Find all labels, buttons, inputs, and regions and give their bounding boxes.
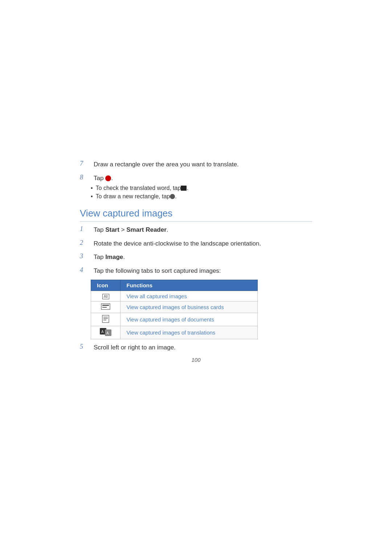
function-cell-doc: View captured images of documents (121, 313, 258, 326)
function-doc-text: View captured images of documents (126, 316, 214, 323)
step-3-text: Tap Image. (94, 252, 125, 262)
svg-rect-2 (102, 307, 107, 308)
function-cell-all: View all captured images (121, 291, 258, 301)
table-row-trans: A A View captured images of translations (91, 326, 258, 339)
table-header-functions: Functions (121, 280, 258, 291)
function-cell-bc: View captured images of business cards (121, 301, 258, 313)
icon-functions-table-container: Icon Functions All View all captured ima… (91, 280, 312, 339)
image-bold: Image (105, 254, 123, 260)
function-all-text: View all captured images (126, 293, 187, 299)
black-circle-icon (170, 194, 175, 199)
step-7: 7 Draw a rectangle over the area you wan… (80, 160, 312, 169)
step-5-text: Scroll left or right to an image. (94, 343, 176, 352)
svg-rect-1 (102, 305, 109, 306)
step-8-period: . (111, 175, 113, 182)
step-8-text: Tap . (94, 174, 113, 183)
bullet-2: To draw a new rectangle, tap . (91, 193, 312, 200)
step-7-text: Draw a rectangle over the area you want … (94, 160, 239, 169)
icon-cell-trans: A A (91, 326, 121, 339)
icon-cell-all: All (91, 291, 121, 301)
step-8: 8 Tap . (80, 174, 312, 183)
bullet-1: To check the translated word, tap . (91, 185, 312, 191)
table-row-all: All View all captured images (91, 291, 258, 301)
business-card-icon (101, 303, 110, 310)
bullet-2-text: To draw a new rectangle, tap (96, 193, 170, 200)
all-icon: All (102, 294, 109, 299)
table-row-bc: View captured images of business cards (91, 301, 258, 313)
step-4-text: Tap the following tabs to sort captured … (94, 266, 221, 276)
step-2: 2 Rotate the device anti-clockwise to th… (80, 239, 312, 248)
document-icon (102, 315, 110, 323)
icon-cell-bc (91, 301, 121, 313)
svg-text:A: A (101, 330, 104, 334)
step-8-bullet-list: To check the translated word, tap . To d… (91, 185, 312, 200)
page-content: 7 Draw a rectangle over the area you wan… (0, 0, 392, 399)
table-header-row: Icon Functions (91, 280, 258, 291)
function-bc-text: View captured images of business cards (126, 304, 224, 310)
step-8-bullets: To check the translated word, tap . To d… (91, 185, 312, 200)
step-5-num: 5 (80, 343, 91, 351)
table-row-doc: View captured images of documents (91, 313, 258, 326)
step-4: 4 Tap the following tabs to sort capture… (80, 266, 312, 276)
icon-cell-doc (91, 313, 121, 326)
step-2-text: Rotate the device anti-clockwise to the … (94, 239, 261, 248)
step-3: 3 Tap Image. (80, 252, 312, 262)
translation-icon: A A (100, 328, 111, 336)
function-trans-text: View captured images of translations (126, 329, 215, 336)
step-1-num: 1 (80, 225, 91, 233)
step-4-num: 4 (80, 266, 91, 274)
red-circle-icon (105, 175, 111, 181)
smart-reader-bold: Smart Reader (126, 226, 167, 233)
page-number: 100 (80, 357, 312, 363)
step-8-tap-text: Tap (94, 175, 105, 182)
black-square-icon (181, 186, 187, 191)
step-1: 1 Tap Start > Smart Reader. (80, 225, 312, 235)
section-title: View captured images (80, 208, 312, 222)
step-8-num: 8 (80, 174, 91, 181)
step-1-text: Tap Start > Smart Reader. (94, 225, 168, 235)
bullet-1-period: . (187, 185, 188, 191)
icon-functions-table: Icon Functions All View all captured ima… (91, 280, 258, 339)
bullet-1-text: To check the translated word, tap (96, 185, 181, 191)
svg-text:A: A (106, 331, 109, 335)
function-cell-trans: View captured images of translations (121, 326, 258, 339)
start-bold: Start (105, 226, 119, 233)
svg-rect-3 (102, 315, 109, 323)
step-5: 5 Scroll left or right to an image. (80, 343, 312, 352)
step-7-num: 7 (80, 160, 91, 167)
svg-rect-0 (101, 304, 110, 309)
step-3-num: 3 (80, 252, 91, 260)
bullet-2-period: . (175, 193, 176, 200)
step-2-num: 2 (80, 239, 91, 247)
table-header-icon: Icon (91, 280, 121, 291)
